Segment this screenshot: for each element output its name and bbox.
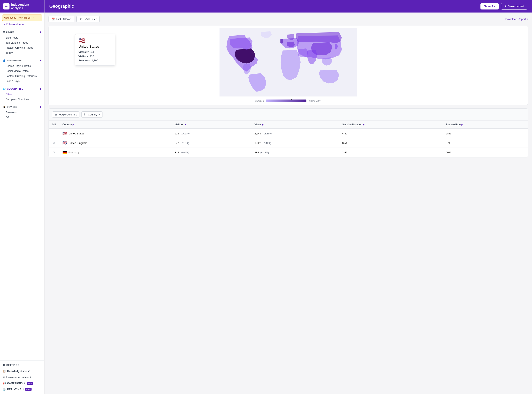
table-header-row: 143 Country ▶ Visitors ▼: [49, 121, 528, 129]
map-tooltip: 🇺🇸 United States Views: 2,644 Visitors: …: [75, 34, 115, 66]
filter-bar: 📅 Last 30 Days ▼ + Add Filter Download R…: [48, 16, 528, 22]
sidebar-item-today[interactable]: Today: [0, 50, 44, 55]
knowledgebase-icon: 📋: [3, 370, 6, 373]
pages-section-title: ☰ PAGES: [3, 31, 14, 34]
row-flag: 🇩🇪: [63, 150, 67, 155]
review-icon: ♡: [3, 376, 5, 379]
sidebar-item-browsers[interactable]: Browsers: [0, 110, 44, 115]
collapse-sidebar-button[interactable]: ⊙ Collapse sidebar: [0, 22, 44, 28]
views-sort-icon: ▶: [262, 124, 264, 126]
download-report-button[interactable]: Download Report ▾: [505, 18, 528, 21]
th-session-duration[interactable]: Session Duration ▶: [339, 121, 442, 129]
filter-icon: 🏳: [84, 113, 87, 116]
logo-text: independent analytics: [11, 3, 41, 10]
row-visitors: 916 (17.67%): [171, 129, 251, 138]
campaigns-icon: 📢: [3, 382, 6, 385]
sidebar-item-search-engine-traffic[interactable]: Search Engine Traffic: [0, 63, 44, 68]
th-country[interactable]: Country ▶: [59, 121, 171, 129]
campaigns-pro-badge: PRO: [27, 382, 33, 385]
make-default-button[interactable]: ★ Make default: [501, 3, 527, 10]
filter-icon: ▼: [80, 18, 82, 21]
row-country-name: United States: [69, 132, 84, 135]
row-views: 1,027 (7.34%): [251, 138, 339, 148]
sidebar-item-social-media-traffic[interactable]: Social Media Traffic: [0, 68, 44, 73]
pages-add-button[interactable]: +: [40, 31, 42, 34]
sidebar-item-fastest-growing-referrers[interactable]: Fastest-Growing Referrers: [0, 73, 44, 78]
row-flag: 🇬🇧: [63, 141, 67, 145]
campaigns-item[interactable]: 📢 CAMPAIGNS ↗ PRO: [0, 380, 44, 386]
row-views: 2,644 (18.89%): [251, 129, 339, 138]
bounce-sort-icon: ▶: [462, 124, 463, 126]
map-svg-wrapper: 🇺🇸 United States Views: 2,644 Visitors: …: [51, 28, 526, 97]
realtime-icon: 📡: [3, 388, 6, 391]
knowledgebase-item[interactable]: 📋 Knowledgebase ↗: [0, 368, 44, 374]
calendar-icon: 📅: [52, 18, 55, 21]
tooltip-country: United States: [78, 45, 112, 48]
sidebar-item-top-landing-pages[interactable]: Top Landing Pages: [0, 40, 44, 45]
star-icon: ★: [504, 5, 507, 8]
main-content: Geographic Save As ★ Make default 📅 Last…: [44, 0, 532, 394]
review-item[interactable]: ♡ Leave us a review ↗: [0, 374, 44, 380]
settings-icon: ⚙: [3, 364, 5, 367]
legend-bar: [266, 99, 306, 102]
devices-section-title: 📱 DEVICES: [3, 106, 18, 108]
row-country: 🇺🇸 United States: [59, 129, 171, 138]
row-rank: 3: [49, 148, 59, 157]
th-visitors[interactable]: Visitors ▼: [171, 121, 251, 129]
sidebar-item-fastest-growing-pages[interactable]: Fastest-Growing Pages: [0, 45, 44, 50]
map-legend: Views: 1 Views: 2644: [51, 97, 526, 103]
country-filter-button[interactable]: 🏳 Country ▾: [81, 111, 102, 118]
toggle-columns-button[interactable]: ⊞ Toggle Columns: [52, 111, 80, 118]
th-views[interactable]: Views ▶: [251, 121, 339, 129]
date-range-button[interactable]: 📅 Last 30 Days: [48, 16, 74, 22]
settings-item[interactable]: ⚙ SETTINGS: [0, 362, 44, 368]
data-table-section: ⊞ Toggle Columns 🏳 Country ▾ 143: [48, 108, 528, 157]
country-sort-icon: ▶: [73, 124, 74, 126]
row-country: 🇩🇪 Germany: [59, 148, 171, 157]
collapse-icon: ⊙: [3, 23, 5, 26]
row-rank: 2: [49, 138, 59, 148]
sidebar-item-last-7-days[interactable]: Last 7 Days: [0, 78, 44, 83]
add-filter-button[interactable]: ▼ + Add Filter: [76, 16, 100, 22]
geographic-section-title: 🌐 GEOGRAPHIC: [3, 88, 23, 90]
sidebar-section-referrers: 👤 REFERRERS + Search Engine Traffic Soci…: [0, 56, 44, 84]
sidebar-item-cities[interactable]: Cities: [0, 92, 44, 97]
upgrade-button[interactable]: Upgrade to Pro (45% off) →: [2, 15, 42, 21]
sidebar-bottom: ⚙ SETTINGS 📋 Knowledgebase ↗ ♡ Leave us …: [0, 360, 44, 394]
devices-add-button[interactable]: +: [40, 105, 42, 109]
logo-icon: ia: [3, 3, 10, 10]
table-row[interactable]: 2 🇬🇧 United Kingdom 372 (7.18%) 1,027 (7…: [49, 138, 528, 148]
page-title: Geographic: [49, 4, 74, 9]
topbar-actions: Save As ★ Make default: [480, 3, 527, 10]
legend-max-label: Views: 2644: [309, 99, 322, 102]
pages-icon: ☰: [3, 31, 5, 34]
row-bounce-rate: 68%: [443, 129, 528, 138]
sidebar: ia independent analytics Upgrade to Pro …: [0, 0, 44, 394]
table-row[interactable]: 3 🇩🇪 Germany 313 (6.04%) 884 (6.32%) 3:5…: [49, 148, 528, 157]
legend-min-label: Views: 1: [255, 99, 264, 102]
country-table: 143 Country ▶ Visitors ▼: [49, 121, 528, 157]
row-visitors: 313 (6.04%): [171, 148, 251, 157]
realtime-item[interactable]: 📡 REAL-TIME ↗ PRO: [0, 386, 44, 392]
row-bounce-rate: 60%: [443, 148, 528, 157]
sidebar-item-european-countries[interactable]: European Countries: [0, 97, 44, 102]
realtime-pro-badge: PRO: [25, 388, 32, 391]
world-map-container: 🇺🇸 United States Views: 2,644 Visitors: …: [48, 26, 528, 105]
devices-icon: 📱: [3, 106, 6, 108]
geographic-icon: 🌐: [3, 88, 6, 90]
tooltip-sessions: Sessions: 1,395: [78, 58, 112, 63]
th-rank: 143: [49, 121, 59, 129]
content-area: 📅 Last 30 Days ▼ + Add Filter Download R…: [44, 12, 532, 394]
visitors-sort-icon: ▼: [184, 124, 186, 126]
geographic-add-button[interactable]: +: [40, 87, 42, 90]
row-session-duration: 3:59: [339, 148, 442, 157]
sidebar-item-os[interactable]: OS: [0, 115, 44, 120]
sidebar-item-blog-posts[interactable]: Blog Posts: [0, 35, 44, 40]
th-bounce-rate[interactable]: Bounce Rate ▶: [443, 121, 528, 129]
referrers-section-title: 👤 REFERRERS: [3, 59, 22, 62]
table-row[interactable]: 1 🇺🇸 United States 916 (17.67%) 2,644 (1…: [49, 129, 528, 138]
row-bounce-rate: 67%: [443, 138, 528, 148]
save-as-button[interactable]: Save As: [480, 3, 499, 10]
referrers-add-button[interactable]: +: [40, 59, 42, 62]
sidebar-section-pages: ☰ PAGES + Blog Posts Top Landing Pages F…: [0, 28, 44, 56]
